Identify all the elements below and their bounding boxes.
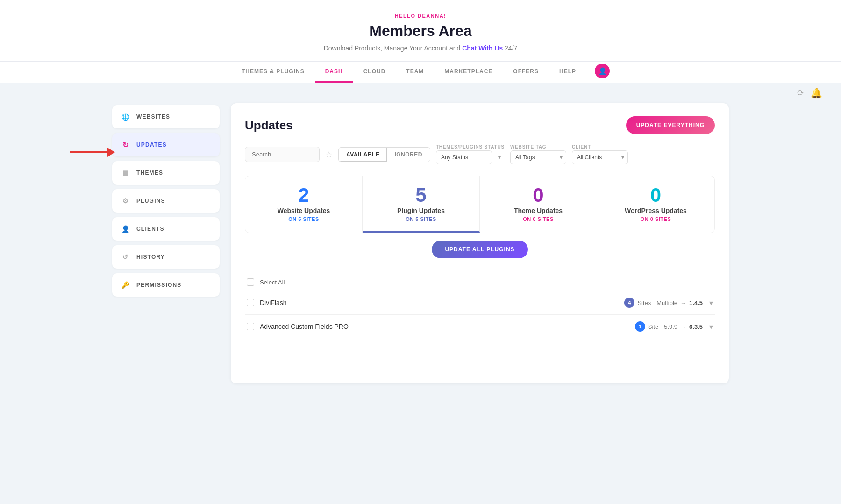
select-all-row: Select All <box>245 274 715 291</box>
plugin-row-diviflash: DiviFlash 4 Sites Multiple → 1.4.5 ▾ <box>245 291 715 314</box>
version-from-diviflash: Multiple <box>656 299 677 306</box>
version-to-diviflash: 1.4.5 <box>689 299 703 306</box>
toolbar-row: ⟳ 🔔 <box>0 83 841 103</box>
tag-filter-label: WEBSITE TAG <box>510 144 566 149</box>
plugin-updates-number: 5 <box>372 185 470 205</box>
wp-updates-label: WordPress Updates <box>606 207 705 214</box>
plugin-checkbox-acf[interactable] <box>247 323 254 330</box>
sidebar: 🌐 WEBSITES ↻ UPDATES ▦ THEMES ⚙ PLUGINS … <box>112 103 220 383</box>
clients-icon: 👤 <box>121 224 131 234</box>
nav-item-help[interactable]: HELP <box>549 62 586 83</box>
main-nav: THEMES & PLUGINS DASH CLOUD TEAM MARKETP… <box>0 61 841 83</box>
sites-badge-count-acf: 1 <box>635 321 645 332</box>
page-title: Members Area <box>0 22 841 40</box>
theme-updates-sites: ON 0 SITES <box>489 216 587 222</box>
sidebar-item-history[interactable]: ↺ HISTORY <box>112 245 220 269</box>
updates-header: Updates UPDATE EVERYTHING <box>245 116 715 134</box>
status-select-wrapper: Any Status <box>436 150 505 164</box>
website-updates-sites: ON 5 SITES <box>255 216 353 222</box>
globe-icon: 🌐 <box>121 112 131 122</box>
theme-updates-label: Theme Updates <box>489 207 587 214</box>
sidebar-item-clients[interactable]: 👤 CLIENTS <box>112 217 220 241</box>
arrow-shaft <box>70 151 107 153</box>
sites-badge-label-diviflash: Sites <box>637 299 651 306</box>
website-updates-number: 2 <box>255 185 353 205</box>
sidebar-label-history: HISTORY <box>136 254 165 260</box>
sites-badge-label-acf: Site <box>648 323 658 330</box>
stat-wp-updates[interactable]: 0 WordPress Updates ON 0 SITES <box>597 176 714 233</box>
sidebar-item-updates[interactable]: ↻ UPDATES <box>112 133 220 156</box>
main-layout: 🌐 WEBSITES ↻ UPDATES ▦ THEMES ⚙ PLUGINS … <box>93 103 748 402</box>
sidebar-item-themes[interactable]: ▦ THEMES <box>112 161 220 185</box>
nav-item-themes-plugins[interactable]: THEMES & PLUGINS <box>231 62 315 83</box>
filters-row: ☆ AVAILABLE IGNORED THEMES/PLUGINS STATU… <box>245 144 715 164</box>
plugin-updates-label: Plugin Updates <box>372 207 470 214</box>
stat-plugin-updates[interactable]: 5 Plugin Updates ON 5 SITES <box>363 176 480 233</box>
chat-link[interactable]: Chat With Us <box>462 44 503 52</box>
refresh-sync-icon: ↻ <box>121 140 131 150</box>
stat-theme-updates[interactable]: 0 Theme Updates ON 0 SITES <box>480 176 597 233</box>
website-updates-label: Website Updates <box>255 207 353 214</box>
theme-updates-number: 0 <box>489 185 587 205</box>
update-everything-button[interactable]: UPDATE EVERYTHING <box>626 116 715 134</box>
updates-title: Updates <box>245 118 293 133</box>
nav-item-team[interactable]: TEAM <box>396 62 434 83</box>
subtitle-suffix: 24/7 <box>505 44 517 52</box>
header: HELLO DEANNA! Members Area Download Prod… <box>0 0 841 83</box>
plugin-checkbox-diviflash[interactable] <box>247 299 254 306</box>
plugin-updates-sites: ON 5 SITES <box>372 216 470 222</box>
expand-icon-diviflash[interactable]: ▾ <box>709 298 713 307</box>
tab-available[interactable]: AVAILABLE <box>339 148 387 162</box>
expand-icon-acf[interactable]: ▾ <box>709 322 713 331</box>
refresh-icon[interactable]: ⟳ <box>797 88 804 98</box>
version-info-acf: 5.9.9 → 6.3.5 ▾ <box>664 322 713 331</box>
plugin-name-acf: Advanced Custom Fields PRO <box>260 323 629 330</box>
plugin-sites-diviflash: 4 Sites <box>624 298 651 308</box>
nav-item-offers[interactable]: OFFERS <box>503 62 549 83</box>
select-all-checkbox[interactable] <box>247 278 254 286</box>
version-info-diviflash: Multiple → 1.4.5 ▾ <box>656 298 713 307</box>
plugin-sites-acf: 1 Site <box>635 321 658 332</box>
version-to-acf: 6.3.5 <box>689 323 703 330</box>
stats-row: 2 Website Updates ON 5 SITES 5 Plugin Up… <box>245 176 715 233</box>
avatar[interactable]: 👤 <box>595 64 610 78</box>
key-icon: 🔑 <box>121 280 131 290</box>
notification-icon[interactable]: 🔔 <box>811 87 822 99</box>
sidebar-item-websites[interactable]: 🌐 WEBSITES <box>112 105 220 128</box>
sidebar-label-plugins: PLUGINS <box>136 198 165 204</box>
sidebar-label-themes: THEMES <box>136 170 163 176</box>
content-area: Updates UPDATE EVERYTHING ☆ AVAILABLE IG… <box>231 103 729 383</box>
sidebar-label-websites: WEBSITES <box>136 114 170 120</box>
select-all-label: Select All <box>260 279 285 286</box>
subtitle: Download Products, Manage Your Account a… <box>0 44 841 52</box>
tag-select[interactable]: All Tags <box>510 150 566 164</box>
status-filter-group: THEMES/PLUGINS STATUS Any Status <box>436 144 505 164</box>
client-select[interactable]: All Clients <box>572 150 628 164</box>
tag-filter-group: WEBSITE TAG All Tags <box>510 144 566 164</box>
wp-updates-number: 0 <box>606 185 705 205</box>
sidebar-item-permissions[interactable]: 🔑 PERMISSIONS <box>112 273 220 297</box>
search-input[interactable] <box>245 147 320 162</box>
status-filter-label: THEMES/PLUGINS STATUS <box>436 144 505 149</box>
tag-select-wrapper: All Tags <box>510 150 566 164</box>
nav-item-marketplace[interactable]: MARKETPLACE <box>434 62 503 83</box>
update-all-plugins-button[interactable]: UPDATE ALL PLUGINS <box>432 241 527 258</box>
stat-website-updates[interactable]: 2 Website Updates ON 5 SITES <box>245 176 363 233</box>
nav-item-dash[interactable]: DASH <box>315 62 353 83</box>
sites-badge-count-diviflash: 4 <box>624 298 634 308</box>
nav-item-cloud[interactable]: CLOUD <box>353 62 396 83</box>
favorite-star-icon[interactable]: ☆ <box>325 149 333 160</box>
subtitle-text: Download Products, Manage Your Account a… <box>324 44 461 52</box>
plugin-icon: ⚙ <box>121 196 131 206</box>
client-select-wrapper: All Clients <box>572 150 628 164</box>
status-select[interactable]: Any Status <box>436 150 492 164</box>
sidebar-item-plugins[interactable]: ⚙ PLUGINS <box>112 189 220 213</box>
hello-text: HELLO DEANNA! <box>0 13 841 19</box>
client-filter-group: CLIENT All Clients <box>572 144 628 164</box>
plugin-name-diviflash: DiviFlash <box>260 299 619 306</box>
theme-icon: ▦ <box>121 168 131 178</box>
wp-updates-sites: ON 0 SITES <box>606 216 705 222</box>
tab-ignored[interactable]: IGNORED <box>387 148 430 162</box>
version-arrow-acf: → <box>680 323 686 330</box>
version-arrow-diviflash: → <box>680 299 686 306</box>
